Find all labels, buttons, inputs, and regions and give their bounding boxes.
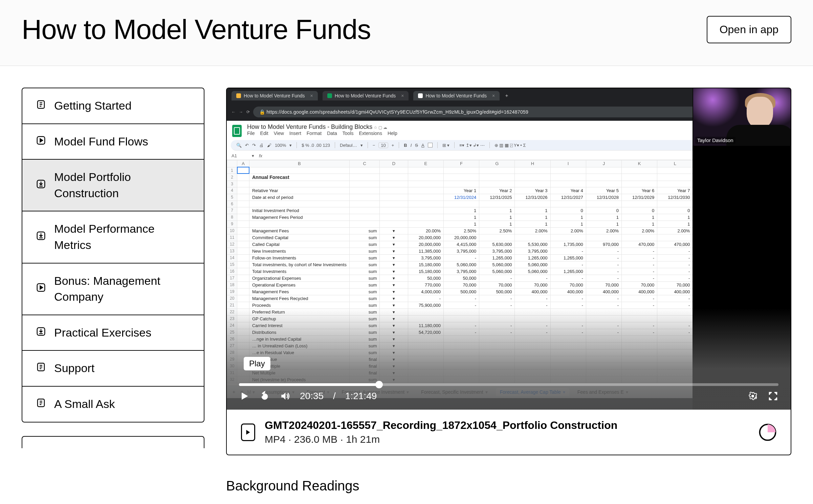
fullscreen-icon[interactable] [768, 391, 778, 402]
sidebar: Getting StartedModel Fund FlowsModel Por… [22, 88, 204, 504]
zoom-select: 100% [275, 143, 286, 148]
video-duration: 1:21:49 [345, 391, 377, 402]
video-file-icon [241, 423, 255, 441]
video-card: How to Model Venture Funds×How to Model … [226, 88, 791, 455]
menu-item: File [247, 131, 255, 136]
sidebar-item-label: Model Performance Metrics [54, 221, 190, 253]
doc-icon [36, 98, 46, 114]
presenter-webcam: Taylor Davidson [693, 88, 791, 146]
sidebar-item-label: A Small Ask [54, 396, 115, 412]
play-icon [36, 134, 46, 150]
download-icon [36, 325, 46, 341]
menu-bar: FileEditViewInsertFormatDataToolsExtensi… [247, 131, 417, 138]
new-tab-icon: ＋ [504, 93, 509, 99]
search-icon: 🔍 [236, 143, 242, 148]
play-icon[interactable] [239, 391, 250, 402]
sidebar-item-label: Getting Started [54, 98, 132, 114]
presenter-name: Taylor Davidson [695, 137, 735, 144]
browser-tab: How to Model Venture Funds× [323, 91, 409, 100]
menu-item: Insert [289, 131, 301, 136]
rewind10-icon[interactable]: 10 [259, 391, 270, 402]
video-player[interactable]: How to Model Venture Funds×How to Model … [227, 88, 791, 410]
star-icon: ☆ [374, 125, 377, 130]
menu-item: Edit [260, 131, 268, 136]
sidebar-item[interactable]: Practical Exercises [22, 315, 204, 351]
sheets-logo-icon [232, 125, 242, 137]
forward-icon: → [239, 110, 243, 114]
download-icon [36, 177, 46, 193]
reload-icon: ⟳ [246, 110, 250, 114]
menu-item: Format [307, 131, 322, 136]
open-in-app-button[interactable]: Open in app [707, 16, 791, 43]
lesson-nav-next-card [22, 436, 204, 448]
undo-icon: ↶ [245, 143, 249, 148]
play-icon [36, 281, 46, 297]
lesson-nav: Getting StartedModel Fund FlowsModel Por… [22, 88, 204, 422]
sidebar-item[interactable]: Model Portfolio Construction [22, 160, 204, 211]
browser-tab: How to Model Venture Funds× [413, 91, 500, 100]
download-icon [36, 229, 46, 245]
sidebar-item-label: Practical Exercises [54, 325, 151, 341]
fx-icon: fx [259, 153, 262, 158]
sidebar-item[interactable]: Model Performance Metrics [22, 211, 204, 263]
menu-item: Extensions [359, 131, 382, 136]
menu-item: View [274, 131, 284, 136]
sidebar-item[interactable]: Support [22, 351, 204, 387]
print-icon: 🖨 [259, 143, 264, 148]
volume-icon[interactable] [280, 391, 290, 402]
play-tooltip: Play [244, 357, 270, 370]
doc-icon [36, 360, 46, 376]
sidebar-item[interactable]: Getting Started [22, 88, 204, 124]
spreadsheet-title: How to Model Venture Funds - Building Bl… [247, 123, 372, 130]
main-content: How to Model Venture Funds×How to Model … [226, 88, 791, 504]
page-title: How to Model Venture Funds [22, 14, 371, 45]
doc-icon [36, 396, 46, 412]
browser-tab: How to Model Venture Funds× [232, 91, 318, 100]
menu-item: Help [388, 131, 397, 136]
redo-icon: ↷ [252, 143, 256, 148]
progress-ring [759, 423, 776, 441]
back-icon: ← [232, 110, 236, 114]
sidebar-item[interactable]: Bonus: Management Company [22, 264, 204, 315]
menu-item: Data [327, 131, 337, 136]
presenter-panel-bg [693, 146, 791, 410]
sidebar-item-label: Bonus: Management Company [54, 273, 190, 305]
move-icon: ▢ [378, 125, 382, 130]
sidebar-item[interactable]: Model Fund Flows [22, 124, 204, 160]
video-scrubber[interactable] [239, 383, 778, 386]
sidebar-item-label: Support [54, 360, 94, 376]
paint-icon: 🖌 [267, 143, 271, 148]
video-meta: GMT20240201-165557_Recording_1872x1054_P… [227, 410, 791, 455]
video-controls: 10 20:35 / 1:21:49 [227, 377, 791, 410]
settings-icon[interactable] [747, 391, 758, 402]
sidebar-item-label: Model Portfolio Construction [54, 169, 190, 201]
svg-text:10: 10 [263, 395, 267, 399]
video-current-time: 20:35 [300, 391, 324, 402]
svg-point-21 [751, 395, 754, 397]
sidebar-item[interactable]: A Small Ask [22, 387, 204, 422]
page-header: How to Model Venture Funds Open in app [0, 0, 813, 66]
readings-heading: Background Readings [226, 478, 791, 494]
video-filename: GMT20240201-165557_Recording_1872x1054_P… [265, 419, 749, 432]
sidebar-item-label: Model Fund Flows [54, 134, 148, 150]
video-fileinfo: MP4 · 236.0 MB · 1h 21m [265, 434, 749, 445]
menu-item: Tools [343, 131, 354, 136]
cloud-icon: ☁ [383, 125, 387, 130]
